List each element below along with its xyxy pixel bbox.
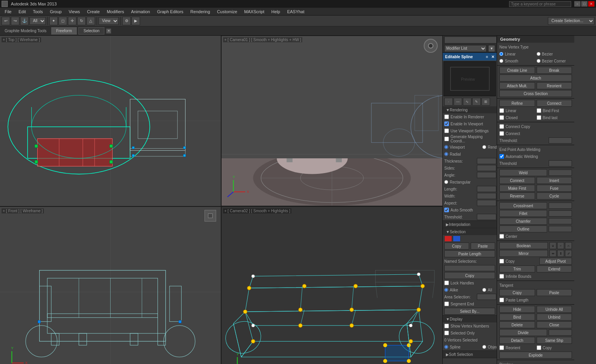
reverse-btn[interactable]: Reverse [499,192,535,199]
sides-input[interactable]: 12 [477,165,496,171]
lock-handles-cb[interactable] [444,281,449,285]
es-close-icon[interactable]: ✕ [491,55,494,59]
aspect-input[interactable]: 1.0 [477,200,496,206]
minimize-button[interactable]: − [574,1,580,7]
view-dropdown[interactable]: View [99,17,119,25]
break-btn[interactable]: Break [537,67,572,74]
toolbar-select-link[interactable]: ⚓ [20,17,29,25]
close-button[interactable]: ✕ [588,1,594,7]
search-input[interactable] [509,1,571,7]
select-by-btn[interactable]: Select By... [444,308,495,315]
menu-maxscript[interactable]: MAXScript [241,9,267,15]
bezier-radio[interactable] [537,52,541,56]
shape-name-input[interactable]: Shape05 [444,36,497,43]
area-input[interactable]: 20.0' [477,294,496,300]
explode-btn[interactable]: Explode [499,352,572,359]
center-cb[interactable] [499,234,504,239]
menu-easythat[interactable]: EASYhat [284,9,308,15]
bezier-corner-radio[interactable] [537,59,541,63]
width-input[interactable]: 0'1" [477,193,496,199]
selected-only-cb[interactable] [444,331,449,335]
thickness-input[interactable]: 0'1" [477,158,496,164]
outline-btn[interactable]: Outline [499,225,547,232]
crossinsert-btn[interactable]: CrossInsert [499,202,547,209]
trim-btn[interactable]: Trim [499,265,535,272]
viewport-radio[interactable] [444,145,448,149]
menu-customize[interactable]: Customize [214,9,240,15]
tan-copy-btn[interactable]: Copy [499,289,535,296]
tan-paste-btn[interactable]: Paste [537,289,572,296]
menu-help[interactable]: Help [268,9,283,15]
attach-mult-btn[interactable]: Attach Mult. [499,82,535,89]
toolbar-render-setup[interactable]: ⚙ [122,17,131,25]
menu-group[interactable]: Group [47,9,65,15]
named-copy-btn[interactable]: Copy [444,272,495,279]
crossinsert-input[interactable]: 0'0 3/32" [549,203,572,209]
maximize-button[interactable]: □ [581,1,587,7]
cycle-btn[interactable]: Cycle [537,192,572,199]
color-swatch-blue[interactable] [453,236,461,242]
chamfer-input[interactable]: 0'0" [549,218,572,224]
linear-radio[interactable] [499,52,503,56]
attach-btn[interactable]: Attach [499,75,572,81]
length-input[interactable]: 0'1" [477,186,496,192]
smooth-radio[interactable] [499,59,503,63]
bind-btn[interactable]: Bind [499,314,535,321]
menu-graph-editors[interactable]: Graph Editors [154,9,187,15]
toolbar-render[interactable]: ▶ [132,17,140,25]
other-mode-btn[interactable]: ⊞ [482,98,490,106]
renderer-radio[interactable] [482,145,486,149]
auto-weld-cb[interactable] [499,154,504,159]
menu-animation[interactable]: Animation [128,9,153,15]
modifier-list-select[interactable]: Modifier List [444,45,487,52]
connect-copy-cb[interactable] [499,124,504,129]
graphite-close[interactable]: ✕ [106,28,111,34]
menu-rendering[interactable]: Rendering [187,9,213,15]
threshold-input[interactable]: 40.0 [477,214,496,220]
angle-input[interactable]: 0.0 [477,172,496,178]
cross-section-btn[interactable]: Cross Section [499,90,572,97]
weld-btn[interactable]: Weld [499,169,547,176]
viewport-camera2[interactable]: + [ Camera02 ] [ Smooth + Highlights ] [222,207,442,364]
edit-mode-btn[interactable]: ✎ [472,98,481,106]
unbind-btn[interactable]: Unbind [537,314,572,321]
tab-selection[interactable]: Selection [78,27,104,35]
menu-file[interactable]: File [2,9,15,15]
delete-btn[interactable]: Delete [499,321,535,328]
ep-thresh-input[interactable]: 0'0... [549,160,572,166]
toolbar-undo[interactable]: ↩ [2,17,10,25]
threshold2-input[interactable]: 0'0 3/32" [549,137,572,144]
render-circle-btn[interactable] [424,39,438,53]
closed-cb[interactable] [499,115,504,120]
bind-first-cb[interactable] [537,108,541,113]
create-selection-dropdown[interactable]: Create Selection... [548,17,594,25]
tab-freeform[interactable]: Freeform [51,27,77,35]
objects-radio[interactable] [482,345,486,349]
rendering-header[interactable]: ▼ Rendering [443,106,497,113]
alike-radio[interactable] [444,288,448,292]
copy4-cb[interactable] [537,345,541,350]
copy-btn[interactable]: Copy [444,243,469,250]
vertex-mode-btn[interactable]: · [444,98,453,106]
rectangular-radio[interactable] [444,180,448,184]
mirror-v[interactable]: ⇕ [557,250,564,257]
reorient-btn[interactable]: Reorient [537,82,572,89]
connect-btn[interactable]: Connect [537,100,572,107]
adjust-pivot-btn[interactable]: Adjust Pivot [539,258,572,265]
toolbar-select[interactable]: ✦ [49,17,58,25]
spline-mode-btn[interactable]: ∿ [463,98,471,106]
bool-union[interactable]: ∪ [549,242,556,249]
menu-tools[interactable]: Tools [30,9,46,15]
mirror-btn[interactable]: Mirror [499,250,548,257]
tan-paste-length-cb[interactable] [499,298,504,302]
enable-renderer-cb[interactable] [444,114,449,119]
paste-length-btn[interactable]: Paste Length [444,250,495,257]
same-shp-btn[interactable]: Same Shp [537,337,572,344]
color-swatch-red[interactable] [444,236,452,242]
viewport-front[interactable]: + [ Front ] [ Wireframe ] [0,207,221,364]
toolbar-scale[interactable]: △ [87,17,95,25]
filter-dropdown[interactable]: All [29,17,46,25]
viewport-camera1[interactable]: + [ Camera01 ] [ Smooth + Highlights + H… [222,36,442,206]
enable-viewport-cb[interactable] [444,121,449,126]
divide-btn[interactable]: Divide [499,329,547,336]
